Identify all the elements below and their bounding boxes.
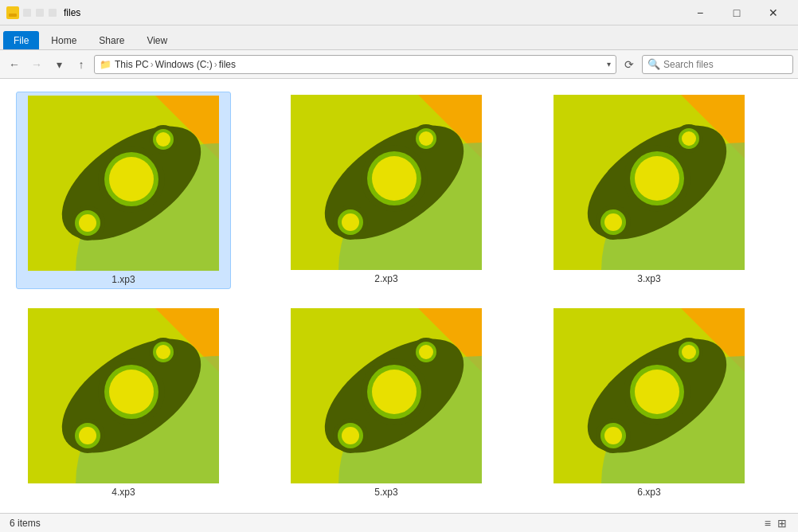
title-bar-text: files — [64, 7, 80, 18]
forward-button[interactable]: → — [27, 55, 46, 74]
svg-point-34 — [682, 131, 696, 146]
folder-icon: 📁 — [100, 59, 111, 70]
breadcrumb-this-pc[interactable]: This PC — [115, 59, 149, 70]
svg-point-58 — [419, 345, 433, 359]
window-controls: − □ ✕ — [682, 0, 792, 25]
up-button[interactable]: ↑ — [72, 55, 91, 74]
status-bar: 6 items ≡ ⊞ — [0, 513, 798, 532]
main-content: 1.xp3 2.xp3 — [0, 79, 798, 513]
tab-share[interactable]: Share — [88, 31, 135, 49]
minimize-button[interactable]: − — [682, 0, 718, 25]
file-item-1[interactable]: 1.xp3 — [16, 92, 231, 289]
files-grid: 1.xp3 2.xp3 — [16, 92, 757, 500]
details-view-button[interactable]: ≡ — [763, 515, 773, 531]
file-item-3[interactable]: 3.xp3 — [542, 92, 757, 289]
toolbar-icon-3 — [49, 9, 57, 17]
search-box[interactable]: 🔍 — [642, 55, 793, 74]
svg-point-70 — [682, 345, 696, 359]
breadcrumb: This PC › Windows (C:) › files — [115, 59, 604, 70]
recent-locations-button[interactable]: ▾ — [49, 55, 68, 74]
file-name-1: 1.xp3 — [111, 274, 135, 285]
file-name-5: 5.xp3 — [374, 487, 397, 498]
maximize-button[interactable]: □ — [718, 0, 755, 25]
item-count: 6 items — [10, 518, 41, 529]
svg-point-7 — [109, 157, 154, 201]
search-input[interactable] — [663, 59, 788, 70]
file-item-4[interactable]: 4.xp3 — [16, 305, 231, 501]
svg-point-49 — [79, 427, 96, 444]
search-icon: 🔍 — [647, 58, 660, 70]
file-thumbnail-3 — [554, 95, 745, 270]
breadcrumb-windows[interactable]: Windows (C:) — [155, 59, 213, 70]
svg-point-19 — [372, 156, 417, 201]
refresh-button[interactable]: ⟳ — [620, 55, 639, 74]
svg-point-67 — [635, 370, 679, 414]
breadcrumb-files[interactable]: files — [219, 59, 236, 70]
title-bar: files − □ ✕ — [0, 0, 798, 25]
svg-point-13 — [79, 214, 96, 232]
back-button[interactable]: ← — [5, 55, 24, 74]
address-bar: ← → ▾ ↑ 📁 This PC › Windows (C:) › files… — [0, 50, 798, 79]
file-thumbnail-2 — [291, 95, 482, 270]
svg-rect-1 — [9, 14, 17, 17]
svg-point-25 — [342, 213, 359, 231]
svg-point-46 — [156, 345, 170, 359]
file-thumbnail-1 — [28, 96, 219, 271]
file-name-4: 4.xp3 — [111, 487, 135, 498]
file-thumbnail-6 — [554, 308, 745, 483]
tab-file[interactable]: File — [3, 31, 39, 49]
large-icons-view-button[interactable]: ⊞ — [776, 515, 788, 531]
address-box[interactable]: 📁 This PC › Windows (C:) › files ▾ — [94, 55, 616, 74]
svg-point-73 — [604, 427, 622, 444]
toolbar-icon-2 — [36, 9, 44, 17]
view-controls: ≡ ⊞ — [763, 515, 788, 531]
app-icon — [6, 6, 19, 19]
svg-point-61 — [342, 427, 359, 444]
svg-point-55 — [372, 370, 417, 414]
tab-view[interactable]: View — [136, 31, 178, 49]
svg-point-37 — [604, 213, 622, 231]
svg-point-10 — [156, 132, 170, 147]
ribbon-tab-bar: File Home Share View — [0, 25, 798, 49]
tab-home[interactable]: Home — [41, 31, 87, 49]
svg-point-22 — [419, 131, 433, 146]
close-button[interactable]: ✕ — [755, 0, 792, 25]
toolbar-icon-1 — [23, 9, 31, 17]
svg-point-31 — [635, 156, 679, 201]
svg-point-43 — [109, 370, 154, 414]
file-item-5[interactable]: 5.xp3 — [279, 305, 494, 501]
file-thumbnail-5 — [291, 308, 482, 483]
file-item-6[interactable]: 6.xp3 — [542, 305, 757, 501]
ribbon: File Home Share View — [0, 25, 798, 50]
address-dropdown-icon[interactable]: ▾ — [607, 60, 611, 68]
file-thumbnail-4 — [28, 308, 219, 483]
file-name-2: 2.xp3 — [374, 273, 397, 284]
file-item-2[interactable]: 2.xp3 — [279, 92, 494, 289]
file-name-6: 6.xp3 — [637, 487, 660, 498]
file-name-3: 3.xp3 — [637, 273, 660, 284]
